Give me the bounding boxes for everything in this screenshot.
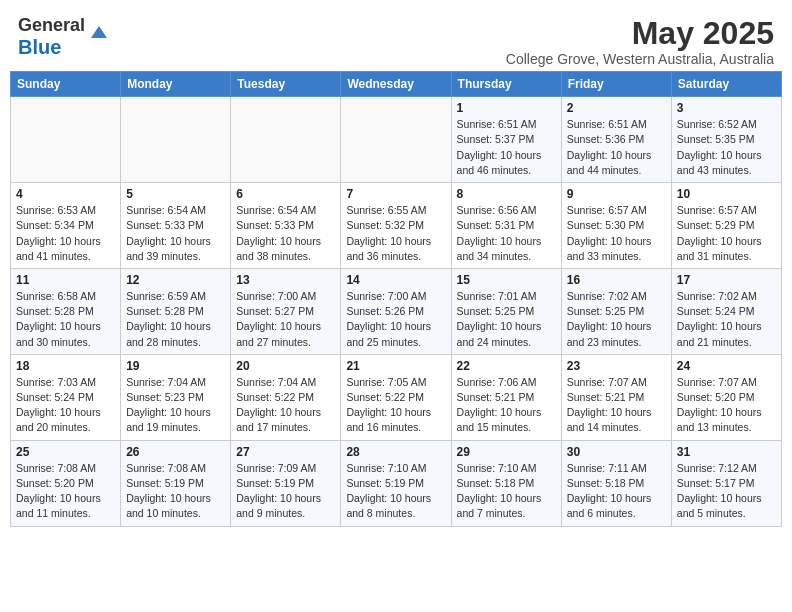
calendar-cell: 24Sunrise: 7:07 AM Sunset: 5:20 PM Dayli… (671, 354, 781, 440)
day-info: Sunrise: 6:55 AM Sunset: 5:32 PM Dayligh… (346, 203, 445, 264)
day-info: Sunrise: 7:11 AM Sunset: 5:18 PM Dayligh… (567, 461, 666, 522)
calendar-cell: 1Sunrise: 6:51 AM Sunset: 5:37 PM Daylig… (451, 97, 561, 183)
calendar-cell: 19Sunrise: 7:04 AM Sunset: 5:23 PM Dayli… (121, 354, 231, 440)
calendar-week-row: 11Sunrise: 6:58 AM Sunset: 5:28 PM Dayli… (11, 268, 782, 354)
day-info: Sunrise: 7:10 AM Sunset: 5:19 PM Dayligh… (346, 461, 445, 522)
day-info: Sunrise: 6:57 AM Sunset: 5:30 PM Dayligh… (567, 203, 666, 264)
day-info: Sunrise: 7:03 AM Sunset: 5:24 PM Dayligh… (16, 375, 115, 436)
day-number: 8 (457, 187, 556, 201)
day-number: 23 (567, 359, 666, 373)
calendar-cell: 6Sunrise: 6:54 AM Sunset: 5:33 PM Daylig… (231, 183, 341, 269)
calendar-cell: 7Sunrise: 6:55 AM Sunset: 5:32 PM Daylig… (341, 183, 451, 269)
calendar-cell: 15Sunrise: 7:01 AM Sunset: 5:25 PM Dayli… (451, 268, 561, 354)
day-number: 25 (16, 445, 115, 459)
day-number: 28 (346, 445, 445, 459)
day-info: Sunrise: 6:59 AM Sunset: 5:28 PM Dayligh… (126, 289, 225, 350)
day-number: 18 (16, 359, 115, 373)
calendar-cell: 20Sunrise: 7:04 AM Sunset: 5:22 PM Dayli… (231, 354, 341, 440)
day-info: Sunrise: 7:02 AM Sunset: 5:24 PM Dayligh… (677, 289, 776, 350)
day-number: 30 (567, 445, 666, 459)
day-info: Sunrise: 6:51 AM Sunset: 5:36 PM Dayligh… (567, 117, 666, 178)
calendar-cell: 21Sunrise: 7:05 AM Sunset: 5:22 PM Dayli… (341, 354, 451, 440)
logo: General Blue (18, 16, 109, 59)
day-info: Sunrise: 7:05 AM Sunset: 5:22 PM Dayligh… (346, 375, 445, 436)
calendar-cell: 11Sunrise: 6:58 AM Sunset: 5:28 PM Dayli… (11, 268, 121, 354)
calendar-cell: 13Sunrise: 7:00 AM Sunset: 5:27 PM Dayli… (231, 268, 341, 354)
day-info: Sunrise: 6:51 AM Sunset: 5:37 PM Dayligh… (457, 117, 556, 178)
day-number: 13 (236, 273, 335, 287)
day-number: 19 (126, 359, 225, 373)
calendar-cell: 3Sunrise: 6:52 AM Sunset: 5:35 PM Daylig… (671, 97, 781, 183)
calendar-cell: 28Sunrise: 7:10 AM Sunset: 5:19 PM Dayli… (341, 440, 451, 526)
calendar-cell: 14Sunrise: 7:00 AM Sunset: 5:26 PM Dayli… (341, 268, 451, 354)
day-info: Sunrise: 6:54 AM Sunset: 5:33 PM Dayligh… (126, 203, 225, 264)
day-number: 12 (126, 273, 225, 287)
page-header: General Blue May 2025 College Grove, Wes… (10, 10, 782, 67)
day-info: Sunrise: 6:53 AM Sunset: 5:34 PM Dayligh… (16, 203, 115, 264)
day-info: Sunrise: 7:00 AM Sunset: 5:26 PM Dayligh… (346, 289, 445, 350)
calendar-cell: 17Sunrise: 7:02 AM Sunset: 5:24 PM Dayli… (671, 268, 781, 354)
calendar-cell: 29Sunrise: 7:10 AM Sunset: 5:18 PM Dayli… (451, 440, 561, 526)
day-number: 14 (346, 273, 445, 287)
header-row: Sunday Monday Tuesday Wednesday Thursday… (11, 72, 782, 97)
day-number: 26 (126, 445, 225, 459)
day-info: Sunrise: 7:06 AM Sunset: 5:21 PM Dayligh… (457, 375, 556, 436)
day-number: 24 (677, 359, 776, 373)
calendar-header: Sunday Monday Tuesday Wednesday Thursday… (11, 72, 782, 97)
day-info: Sunrise: 7:09 AM Sunset: 5:19 PM Dayligh… (236, 461, 335, 522)
calendar-cell: 22Sunrise: 7:06 AM Sunset: 5:21 PM Dayli… (451, 354, 561, 440)
col-friday: Friday (561, 72, 671, 97)
calendar-cell: 18Sunrise: 7:03 AM Sunset: 5:24 PM Dayli… (11, 354, 121, 440)
day-info: Sunrise: 6:54 AM Sunset: 5:33 PM Dayligh… (236, 203, 335, 264)
calendar-cell: 27Sunrise: 7:09 AM Sunset: 5:19 PM Dayli… (231, 440, 341, 526)
calendar-cell: 31Sunrise: 7:12 AM Sunset: 5:17 PM Dayli… (671, 440, 781, 526)
day-info: Sunrise: 7:02 AM Sunset: 5:25 PM Dayligh… (567, 289, 666, 350)
calendar-week-row: 1Sunrise: 6:51 AM Sunset: 5:37 PM Daylig… (11, 97, 782, 183)
day-number: 31 (677, 445, 776, 459)
day-number: 29 (457, 445, 556, 459)
day-number: 20 (236, 359, 335, 373)
calendar-cell (231, 97, 341, 183)
day-number: 2 (567, 101, 666, 115)
calendar-table: Sunday Monday Tuesday Wednesday Thursday… (10, 71, 782, 526)
day-info: Sunrise: 7:12 AM Sunset: 5:17 PM Dayligh… (677, 461, 776, 522)
col-sunday: Sunday (11, 72, 121, 97)
calendar-week-row: 4Sunrise: 6:53 AM Sunset: 5:34 PM Daylig… (11, 183, 782, 269)
calendar-cell: 2Sunrise: 6:51 AM Sunset: 5:36 PM Daylig… (561, 97, 671, 183)
calendar-body: 1Sunrise: 6:51 AM Sunset: 5:37 PM Daylig… (11, 97, 782, 526)
day-info: Sunrise: 6:57 AM Sunset: 5:29 PM Dayligh… (677, 203, 776, 264)
calendar-cell (121, 97, 231, 183)
day-number: 6 (236, 187, 335, 201)
calendar-cell (11, 97, 121, 183)
day-info: Sunrise: 7:01 AM Sunset: 5:25 PM Dayligh… (457, 289, 556, 350)
day-info: Sunrise: 7:08 AM Sunset: 5:19 PM Dayligh… (126, 461, 225, 522)
day-info: Sunrise: 7:07 AM Sunset: 5:20 PM Dayligh… (677, 375, 776, 436)
calendar-week-row: 25Sunrise: 7:08 AM Sunset: 5:20 PM Dayli… (11, 440, 782, 526)
day-info: Sunrise: 7:07 AM Sunset: 5:21 PM Dayligh… (567, 375, 666, 436)
calendar-cell: 25Sunrise: 7:08 AM Sunset: 5:20 PM Dayli… (11, 440, 121, 526)
col-saturday: Saturday (671, 72, 781, 97)
calendar-cell: 9Sunrise: 6:57 AM Sunset: 5:30 PM Daylig… (561, 183, 671, 269)
day-info: Sunrise: 7:00 AM Sunset: 5:27 PM Dayligh… (236, 289, 335, 350)
calendar-cell: 10Sunrise: 6:57 AM Sunset: 5:29 PM Dayli… (671, 183, 781, 269)
calendar-cell: 5Sunrise: 6:54 AM Sunset: 5:33 PM Daylig… (121, 183, 231, 269)
col-thursday: Thursday (451, 72, 561, 97)
day-info: Sunrise: 7:10 AM Sunset: 5:18 PM Dayligh… (457, 461, 556, 522)
calendar-cell: 23Sunrise: 7:07 AM Sunset: 5:21 PM Dayli… (561, 354, 671, 440)
calendar-cell: 4Sunrise: 6:53 AM Sunset: 5:34 PM Daylig… (11, 183, 121, 269)
day-info: Sunrise: 7:04 AM Sunset: 5:22 PM Dayligh… (236, 375, 335, 436)
day-number: 1 (457, 101, 556, 115)
logo-general: General Blue (18, 16, 85, 59)
calendar-cell: 12Sunrise: 6:59 AM Sunset: 5:28 PM Dayli… (121, 268, 231, 354)
calendar-title: May 2025 (506, 16, 774, 51)
day-number: 15 (457, 273, 556, 287)
day-number: 4 (16, 187, 115, 201)
day-number: 9 (567, 187, 666, 201)
col-tuesday: Tuesday (231, 72, 341, 97)
day-info: Sunrise: 6:56 AM Sunset: 5:31 PM Dayligh… (457, 203, 556, 264)
day-number: 3 (677, 101, 776, 115)
calendar-subtitle: College Grove, Western Australia, Austra… (506, 51, 774, 67)
calendar-cell (341, 97, 451, 183)
day-info: Sunrise: 6:52 AM Sunset: 5:35 PM Dayligh… (677, 117, 776, 178)
day-number: 16 (567, 273, 666, 287)
